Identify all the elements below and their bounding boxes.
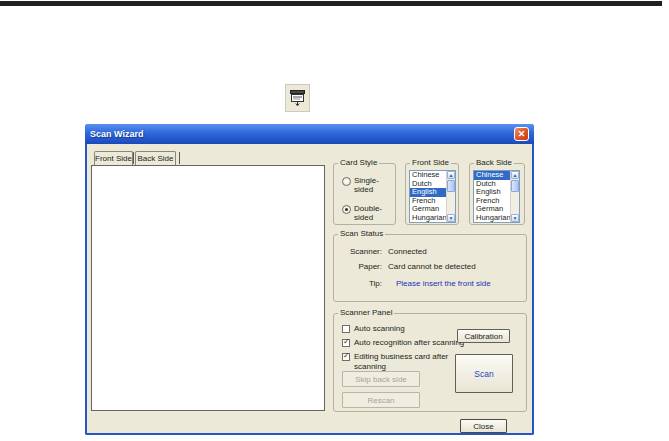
radio-icon[interactable]: [342, 177, 351, 186]
radio-single-sided-label: Single-sided: [354, 176, 388, 194]
scrollbar-up-button[interactable]: ▲: [511, 171, 519, 179]
checkbox-auto-scanning-label: Auto scanning: [354, 324, 474, 334]
checkbox-icon[interactable]: [342, 325, 350, 333]
check-icon: ✓: [343, 352, 350, 360]
arrow-up-icon: ▲: [513, 172, 518, 178]
arrow-down-icon: ▼: [449, 215, 454, 221]
listbox-items: Chinese Dutch English French German Hung…: [410, 171, 446, 222]
checkbox-checked-icon[interactable]: ✓: [342, 353, 350, 361]
checkbox-auto-recognition-label: Auto recognition after scanning: [354, 338, 474, 348]
group-card-style-legend: Card Style: [338, 158, 379, 168]
group-card-style: Card Style Single-sided Double-sided: [333, 163, 396, 225]
listbox-items: Chinese Dutch English French German Hung…: [474, 171, 510, 222]
group-scan-status-legend: Scan Status: [338, 229, 385, 239]
list-item[interactable]: Hungarian: [474, 214, 510, 223]
skip-back-side-button[interactable]: Skip back side: [342, 371, 420, 387]
group-front-side-language: Front Side Chinese Dutch English French …: [405, 163, 459, 225]
tab-separator: [133, 152, 134, 164]
radio-single-sided[interactable]: Single-sided: [342, 176, 388, 194]
tab-back-side[interactable]: Back Side: [135, 151, 176, 165]
tab-front-side[interactable]: Front Side: [94, 151, 133, 166]
group-back-side-legend: Back Side: [474, 158, 514, 168]
status-row-paper: Paper: Card cannot be detected: [342, 262, 476, 271]
radio-double-sided[interactable]: Double-sided: [342, 204, 388, 222]
group-back-side-language: Back Side Chinese Dutch English French G…: [469, 163, 525, 225]
group-front-side-legend: Front Side: [410, 158, 451, 168]
status-value: Connected: [388, 247, 427, 256]
radio-selected-icon[interactable]: [342, 205, 351, 214]
scan-wizard-dialog: Scan Wizard ✕ Front Side Back Side Card …: [85, 124, 534, 435]
tab-separator: [179, 152, 180, 164]
page-top-rule: [0, 1, 662, 6]
status-label: Scanner:: [342, 247, 382, 256]
scan-toolbar-button[interactable]: [285, 84, 310, 112]
listbox-back-side[interactable]: Chinese Dutch English French German Hung…: [473, 170, 520, 223]
list-item[interactable]: Hungarian: [410, 214, 446, 223]
close-icon: ✕: [518, 129, 526, 139]
status-label: Tip:: [342, 279, 382, 288]
dialog-title: Scan Wizard: [90, 129, 143, 139]
scrollbar-thumb[interactable]: [447, 180, 455, 192]
scrollbar-up-button[interactable]: ▲: [447, 171, 455, 179]
checkbox-auto-scanning[interactable]: Auto scanning: [342, 324, 474, 334]
calibration-button[interactable]: Calibration: [457, 329, 510, 343]
scrollbar-track[interactable]: [447, 193, 455, 214]
scrollbar-thumb[interactable]: [511, 180, 519, 192]
scrollbar-track[interactable]: [511, 193, 519, 214]
dialog-titlebar[interactable]: Scan Wizard: [85, 124, 534, 144]
arrow-up-icon: ▲: [449, 172, 454, 178]
scan-button[interactable]: Scan: [455, 354, 513, 393]
group-scanner-panel-legend: Scanner Panel: [338, 308, 394, 318]
close-window-button[interactable]: ✕: [514, 127, 529, 141]
card-preview-panel: [91, 165, 325, 411]
status-label: Paper:: [342, 262, 382, 271]
close-dialog-button[interactable]: Close: [460, 419, 507, 433]
status-row-tip: Tip: Please insert the front side: [342, 279, 491, 288]
checkbox-checked-icon[interactable]: ✓: [342, 339, 350, 347]
scrollbar[interactable]: ▲ ▼: [446, 171, 455, 222]
status-tip-value: Please insert the front side: [396, 279, 491, 288]
group-scan-status: Scan Status Scanner: Connected Paper: Ca…: [333, 234, 527, 302]
scrollbar-down-button[interactable]: ▼: [511, 214, 519, 222]
group-scanner-panel: Scanner Panel Auto scanning ✓ Auto recog…: [333, 313, 527, 412]
checkbox-auto-recognition[interactable]: ✓ Auto recognition after scanning: [342, 338, 474, 348]
status-value: Card cannot be detected: [388, 262, 476, 271]
scanner-icon: [290, 89, 305, 107]
radio-double-sided-label: Double-sided: [354, 204, 388, 222]
scrollbar[interactable]: ▲ ▼: [510, 171, 519, 222]
scrollbar-down-button[interactable]: ▼: [447, 214, 455, 222]
rescan-button[interactable]: Rescan: [342, 392, 420, 408]
check-icon: ✓: [343, 338, 350, 346]
arrow-down-icon: ▼: [513, 215, 518, 221]
listbox-front-side[interactable]: Chinese Dutch English French German Hung…: [409, 170, 456, 223]
status-row-scanner: Scanner: Connected: [342, 247, 427, 256]
